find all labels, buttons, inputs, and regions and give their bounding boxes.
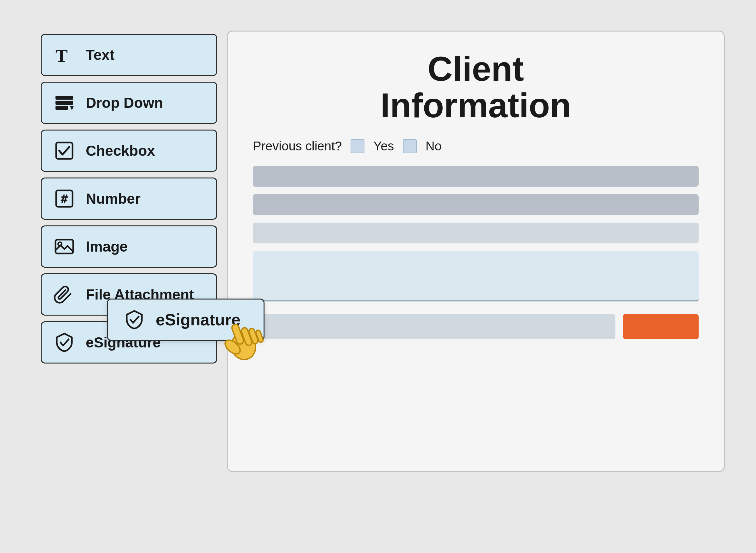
- cursor-hand-icon: [214, 314, 264, 365]
- previous-client-label: Previous client?: [253, 139, 342, 153]
- form-field-1[interactable]: [253, 166, 699, 187]
- esignature-tooltip-icon: [123, 308, 146, 331]
- tool-item-image[interactable]: Image: [41, 225, 217, 268]
- form-signature-row: [253, 251, 699, 301]
- yes-label: Yes: [373, 139, 394, 153]
- tool-label-text: Text: [86, 46, 114, 63]
- svg-text:#: #: [61, 192, 68, 206]
- file-attachment-icon: [53, 283, 76, 306]
- signature-box[interactable]: [253, 251, 699, 301]
- number-icon: #: [53, 187, 76, 210]
- svg-rect-1: [56, 96, 73, 100]
- svg-text:T: T: [56, 46, 68, 65]
- tool-item-checkbox[interactable]: Checkbox: [41, 130, 217, 172]
- text-icon: T: [53, 44, 76, 66]
- form-field-2[interactable]: [253, 194, 699, 215]
- tool-item-dropdown[interactable]: Drop Down: [41, 82, 217, 124]
- checkbox-icon: [53, 139, 76, 162]
- image-icon: [53, 235, 76, 258]
- svg-rect-3: [56, 106, 68, 110]
- svg-rect-8: [56, 240, 73, 253]
- form-field-3[interactable]: [253, 223, 699, 243]
- tool-label-image: Image: [86, 238, 128, 255]
- tool-label-number: Number: [86, 190, 141, 207]
- tool-label-dropdown: Drop Down: [86, 94, 163, 111]
- tool-label-checkbox: Checkbox: [86, 142, 155, 159]
- svg-marker-4: [70, 106, 74, 110]
- svg-rect-2: [56, 101, 73, 105]
- esignature-icon: [53, 331, 76, 354]
- form-panel: Client Information Previous client? Yes …: [227, 30, 725, 472]
- checkbox-yes[interactable]: [351, 139, 364, 153]
- no-label: No: [426, 139, 442, 153]
- tool-item-text[interactable]: T Text: [41, 34, 217, 76]
- dropdown-icon: [53, 91, 76, 114]
- form-bottom-field[interactable]: [253, 314, 615, 339]
- form-title-line2: Information: [253, 87, 699, 124]
- checkbox-no[interactable]: [403, 139, 417, 153]
- form-title: Client Information: [253, 51, 699, 123]
- form-bottom-row: [253, 314, 699, 339]
- form-submit-button[interactable]: [623, 314, 699, 339]
- tool-item-number[interactable]: # Number: [41, 177, 217, 220]
- previous-client-row: Previous client? Yes No: [253, 139, 699, 153]
- form-title-line1: Client: [253, 51, 699, 87]
